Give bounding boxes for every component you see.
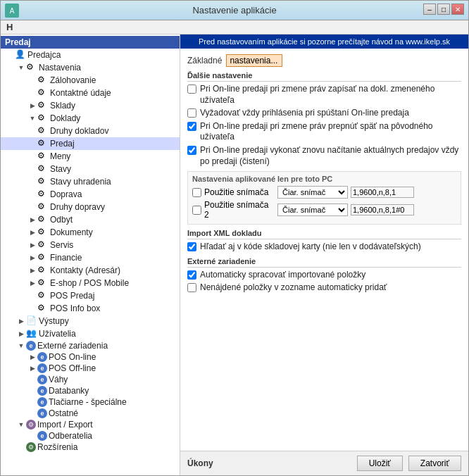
expand-icon: ▶ [27, 216, 37, 223]
sidebar-item-stavy[interactable]: ⚙ Stavy [1, 163, 180, 175]
externe-checkbox-1[interactable] [187, 270, 196, 280]
save-button[interactable]: Uložiť [357, 456, 403, 471]
databanky-icon: e [37, 386, 47, 396]
sidebar-item-label: Váhy [49, 375, 68, 384]
externe-row-2: Nenájdené položky v zozname automaticky … [187, 282, 461, 294]
externe-checkbox-2[interactable] [187, 283, 196, 292]
gear-icon: ⚙ [37, 176, 49, 187]
app-icon: A [5, 4, 19, 18]
checkbox-label-4: Pri On-line predaji vykonať znovu načíta… [200, 145, 461, 167]
device-select-1[interactable]: Čiar. snímač [277, 186, 348, 199]
device-select-2[interactable]: Čiar. snímač [277, 203, 348, 216]
window-title: Nastavenie aplikácie [192, 5, 276, 15]
sidebar-item-rozsirenia[interactable]: ⚙ Rozšírenia [1, 441, 180, 453]
panel-header-text: Pred nastavovaním aplikácie si pozorne p… [199, 37, 450, 46]
sidebar-item-kontaktne[interactable]: ⚙ Kontaktné údaje [1, 87, 180, 99]
close-button-footer[interactable]: Zatvoriť [408, 456, 461, 471]
toolbar-h-label[interactable]: H [4, 21, 15, 33]
gear-icon: ⚙ [37, 277, 49, 289]
import-xml-checkbox[interactable] [187, 242, 196, 251]
toolbar: H [1, 20, 468, 35]
panel-header: Pred nastavovaním aplikácie si pozorne p… [180, 35, 468, 49]
sidebar-item-tlaciarnespecialne[interactable]: e Tlačiarne - špeciálne [1, 396, 180, 408]
sidebar-item-label: Financie [50, 253, 82, 263]
device-row-1: Použitie snímača Čiar. snímač [192, 186, 456, 199]
minimize-button[interactable]: – [423, 4, 436, 15]
checkbox-2[interactable] [187, 108, 196, 118]
checkbox-4[interactable] [187, 146, 196, 155]
sidebar-item-pospredaj[interactable]: ⚙ POS Predaj [1, 289, 180, 302]
sidebar-item-ostatne[interactable]: e Ostatné [1, 408, 180, 419]
sidebar-item-label: Predajca [27, 50, 61, 60]
sidebar-item-uzivatelia[interactable]: ▶ 👥 Užívatelia [1, 327, 180, 340]
sidebar-item-odbyt[interactable]: ▶ ⚙ Odbyt [1, 213, 180, 226]
maximize-button[interactable]: □ [437, 4, 450, 15]
sidebar-item-stavyuhradenia[interactable]: ⚙ Stavy uhradenia [1, 175, 180, 188]
sidebar-item-kontakty[interactable]: ▶ ⚙ Kontakty (Adresár) [1, 264, 180, 277]
gear-icon: ⚙ [37, 227, 49, 238]
pos-online-icon: e [37, 352, 47, 362]
sidebar-item-dokumenty[interactable]: ▶ ⚙ Dokumenty [1, 226, 180, 239]
gear-icon: ⚙ [37, 100, 49, 111]
sidebar-item-meny[interactable]: ⚙ Meny [1, 150, 180, 163]
device-input-1[interactable] [351, 187, 414, 198]
sidebar-item-sklady[interactable]: ▶ ⚙ Sklady [1, 99, 180, 112]
sidebar-item-predajca[interactable]: 👤 Predajca [1, 49, 180, 61]
sidebar-item-label: Výstupy [39, 316, 69, 326]
panel-footer: Úkony Uložiť Zatvoriť [180, 451, 468, 475]
sidebar-item-importexport[interactable]: ▼ ⚙ Import / Export [1, 419, 180, 430]
device-label-1: Použitie snímača [204, 187, 275, 197]
checkbox-3[interactable] [187, 122, 196, 131]
checkbox-row-1: Pri On-line predaji pri zmene práv zapís… [187, 84, 461, 106]
gear-icon: ⚙ [37, 138, 49, 149]
sidebar-item-posonline[interactable]: ▶ e POS On-line [1, 351, 180, 363]
sidebar-item-nastavenia[interactable]: ▼ ⚙ Nastavenia [1, 61, 180, 74]
sidebar-item-label: Rozšírenia [37, 442, 77, 452]
close-button[interactable]: ✕ [451, 4, 464, 15]
sidebar-item-externezariadenia[interactable]: ▼ e Externé zariadenia [1, 340, 180, 351]
zakladne-label: Základné [187, 56, 222, 65]
gear-icon: ⚙ [37, 87, 49, 99]
sidebar-item-label: Dokumenty [50, 227, 93, 237]
gear-icon: ⚙ [37, 252, 49, 263]
sidebar-item-posoffline[interactable]: ▶ e POS Off-line [1, 363, 180, 374]
zakladne-row: Základné nastavenia... [187, 54, 461, 67]
sidebar-item-financie[interactable]: ▶ ⚙ Financie [1, 251, 180, 264]
ostatne-icon: e [37, 408, 47, 418]
external-devices-icon: e [26, 341, 36, 351]
sidebar-item-label: Ostatné [49, 408, 78, 418]
externe-label-1: Automaticky spracovať importované položk… [200, 270, 365, 281]
sidebar-item-label: Kontakty (Adresár) [50, 265, 120, 275]
sidebar-item-label: Druhy dokladov [50, 126, 108, 136]
sidebar-item-odberatelia[interactable]: e Odberatelia [1, 430, 180, 441]
checkbox-1[interactable] [187, 84, 196, 94]
sidebar-item-vahy[interactable]: e Váhy [1, 374, 180, 385]
sidebar-item-label: Databanky [49, 386, 89, 396]
nastavenia-pc-title: Nastavenia aplikované len pre toto PC [192, 175, 456, 183]
expand-icon: ▼ [27, 115, 37, 122]
zakladne-value[interactable]: nastavenia... [226, 54, 282, 67]
person-icon: 👥 [26, 328, 37, 339]
device-checkbox-1[interactable] [192, 188, 201, 197]
expand-icon: ▶ [27, 280, 37, 287]
gear-icon: ⚙ [37, 75, 49, 86]
gear-icon: ⚙ [37, 290, 49, 301]
sidebar-item-eshop[interactable]: ▶ ⚙ E-shop / POS Mobile [1, 277, 180, 289]
import-xml-row: Hľadať aj v kóde skladovej karty (nie le… [187, 242, 461, 253]
footer-buttons: Uložiť Zatvoriť [357, 456, 461, 471]
sidebar-item-druhydopravy[interactable]: ⚙ Druhy dopravy [1, 201, 180, 213]
sidebar-item-vystupy[interactable]: ▶ 📄 Výstupy [1, 315, 180, 327]
device-label-2: Použitie snímača 2 [204, 200, 275, 220]
sidebar-item-predaj[interactable]: ⚙ Predaj [1, 137, 180, 150]
sidebar-item-doklady[interactable]: ▼ ⚙ Doklady [1, 112, 180, 125]
sidebar-item-zalohovanie[interactable]: ⚙ Zálohovanie [1, 74, 180, 87]
device-checkbox-2[interactable] [192, 206, 201, 215]
sidebar-item-databanky[interactable]: e Databanky [1, 385, 180, 396]
sidebar-item-druhydokladov[interactable]: ⚙ Druhy dokladov [1, 125, 180, 137]
sidebar-item-servis[interactable]: ▶ ⚙ Servis [1, 239, 180, 251]
expand-icon: ▶ [27, 242, 37, 249]
device-input-2[interactable] [351, 204, 414, 215]
sidebar-item-doprava[interactable]: ⚙ Doprava [1, 188, 180, 201]
sidebar-item-posinfobox[interactable]: ⚙ POS Info box [1, 302, 180, 315]
pos-offline-icon: e [37, 363, 47, 373]
